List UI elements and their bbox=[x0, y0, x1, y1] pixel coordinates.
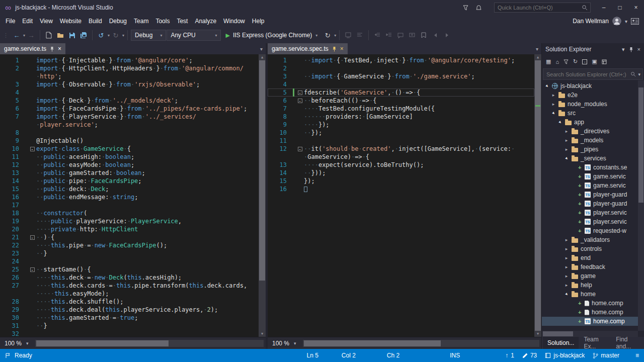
solution-explorer-header[interactable]: Solution Explorer ▾ × bbox=[542, 43, 644, 55]
code-line[interactable]: 12-··it('should·be·created',·inject([Gam… bbox=[268, 145, 534, 153]
code-line[interactable]: 11 bbox=[268, 137, 534, 145]
tree-item-player-servic[interactable]: +TSplayer.servic bbox=[542, 217, 638, 226]
chevron-collapsed-icon[interactable]: ▸ bbox=[551, 102, 556, 107]
open-file-icon[interactable] bbox=[55, 30, 66, 41]
code-line[interactable]: 25-··startGame()·{ bbox=[0, 265, 259, 274]
chevron-collapsed-icon[interactable]: ▸ bbox=[551, 93, 556, 98]
funnel-icon[interactable] bbox=[463, 5, 476, 11]
chevron-down-icon[interactable]: ▾ bbox=[625, 19, 627, 24]
menu-item-edit[interactable]: Edit bbox=[19, 16, 36, 26]
account-area[interactable]: Dan Wellman ▾ bbox=[573, 17, 644, 26]
scroll-down-icon[interactable]: ▼ bbox=[534, 331, 541, 337]
scrollbar-thumb[interactable] bbox=[543, 331, 573, 336]
toolbar-grip[interactable]: ⋮ bbox=[3, 32, 9, 39]
tab-find-and-replace[interactable]: Find and... bbox=[611, 337, 643, 349]
menu-item-analyze[interactable]: Analyze bbox=[191, 16, 220, 26]
browser-link-refresh-icon[interactable]: ↻ bbox=[322, 30, 333, 41]
horizontal-scrollbar[interactable] bbox=[542, 331, 638, 337]
code-line[interactable]: 27····this.deck.cards·=·this.pipe.transf… bbox=[0, 282, 259, 290]
fold-collapse-icon[interactable]: - bbox=[30, 147, 35, 151]
fold-collapse-icon[interactable]: - bbox=[298, 99, 302, 103]
code-line[interactable]: 7import·{·PlayerService·}·from·'../_serv… bbox=[0, 113, 259, 121]
code-line[interactable]: 13····expect(service).toBeTruthy(); bbox=[268, 161, 534, 169]
chevron-collapsed-icon[interactable]: ▸ bbox=[564, 237, 569, 242]
bell-icon[interactable] bbox=[476, 5, 489, 11]
attach-icon[interactable] bbox=[343, 30, 354, 41]
code-line[interactable]: 8 bbox=[0, 129, 259, 137]
vertical-scrollbar[interactable]: ▲ ▼ bbox=[534, 54, 541, 337]
tree-item-end[interactable]: ▸end bbox=[542, 253, 638, 262]
scrollbar-thumb[interactable] bbox=[259, 60, 265, 281]
scroll-down-icon[interactable]: ▼ bbox=[259, 331, 266, 337]
pin-icon[interactable] bbox=[50, 46, 54, 52]
code-line[interactable]: 3import·{·Observable·}·from·'rxjs/Observ… bbox=[0, 80, 259, 88]
code-line[interactable]: 4 bbox=[268, 80, 534, 88]
chevron-down-icon[interactable]: ▾ bbox=[334, 33, 336, 38]
close-icon[interactable]: × bbox=[637, 46, 640, 52]
solution-configuration-dropdown[interactable]: Debug ▾ bbox=[131, 30, 166, 41]
code-line[interactable]: 19····public·playerService:·PlayerServic… bbox=[0, 217, 259, 225]
chevron-collapsed-icon[interactable]: ▸ bbox=[564, 129, 569, 134]
tree-item-_directives[interactable]: ▸_directives bbox=[542, 127, 638, 136]
chevron-expanded-icon[interactable]: ▾ bbox=[550, 110, 557, 117]
chevron-expanded-icon[interactable]: ▾ bbox=[556, 119, 564, 126]
menu-item-debug[interactable]: Debug bbox=[106, 16, 130, 26]
chevron-down-icon[interactable]: ▾ bbox=[622, 46, 625, 53]
code-line[interactable]: 4 bbox=[0, 88, 259, 97]
pending-changes-button[interactable]: 73 bbox=[522, 352, 537, 359]
menu-item-test[interactable]: Test bbox=[173, 16, 191, 26]
tree-item-_pipes[interactable]: ▸_pipes bbox=[542, 145, 638, 154]
code-line[interactable]: 1··import·{·TestBed,·inject·}·from·'@ang… bbox=[268, 56, 534, 64]
code-area[interactable]: 1import·{·Injectable·}·from·'@angular/co… bbox=[0, 56, 259, 337]
chevron-collapsed-icon[interactable]: ▸ bbox=[564, 283, 569, 288]
minimize-button[interactable]: – bbox=[596, 1, 612, 14]
tab-solution-explorer[interactable]: Solution... bbox=[543, 337, 579, 349]
navigate-forward-icon[interactable]: → bbox=[26, 30, 37, 41]
home-icon[interactable]: ⌂ bbox=[555, 59, 559, 65]
code-line[interactable]: 17 bbox=[0, 201, 259, 209]
zoom-dropdown[interactable]: 100 % ▾ bbox=[268, 340, 301, 347]
code-editor-game-service-spec[interactable]: 1··import·{·TestBed,·inject·}·from·'@ang… bbox=[268, 54, 541, 337]
previous-bookmark-icon[interactable] bbox=[430, 30, 441, 41]
show-all-files-icon[interactable]: ▣ bbox=[592, 58, 597, 65]
code-line[interactable]: 14··})); bbox=[268, 169, 534, 177]
uncomment-icon[interactable] bbox=[407, 30, 418, 41]
line-list-icon[interactable] bbox=[354, 30, 365, 41]
tree-item-home-comp[interactable]: +home.comp bbox=[542, 299, 638, 308]
code-line[interactable]: 8······providers:·[GameService] bbox=[268, 113, 534, 121]
vertical-scrollbar[interactable]: ▲ ▼ bbox=[259, 54, 266, 337]
navigate-back-icon[interactable]: ← bbox=[11, 30, 22, 41]
menu-item-window[interactable]: Window bbox=[220, 16, 249, 26]
bookmark-icon[interactable] bbox=[418, 30, 429, 41]
code-line[interactable]: 7····TestBed.configureTestingModule({ bbox=[268, 105, 534, 113]
menu-item-website[interactable]: Website bbox=[56, 16, 85, 26]
code-line[interactable]: 2import·{·HttpClient,·HttpHeaders·}·from… bbox=[0, 64, 259, 72]
code-line[interactable]: 6-··beforeEach(()·=>·{ bbox=[268, 97, 534, 105]
next-bookmark-icon[interactable] bbox=[441, 30, 452, 41]
code-line[interactable]: 5-fdescribe('GameService',·()·=>·{ bbox=[268, 88, 534, 97]
code-line[interactable]: 20····private·http:·HttpClient bbox=[0, 225, 259, 233]
code-line[interactable]: 15··public·deck:·Deck; bbox=[0, 185, 259, 193]
horizontal-scrollbar[interactable] bbox=[35, 340, 264, 347]
scroll-up-icon[interactable]: ▲ bbox=[259, 54, 266, 60]
menu-item-build[interactable]: Build bbox=[85, 16, 106, 26]
fold-collapse-icon[interactable]: - bbox=[30, 235, 35, 240]
tree-item-game[interactable]: ▸game bbox=[542, 272, 638, 281]
code-line[interactable]: 21-··)·{ bbox=[0, 233, 259, 241]
profile-card-icon[interactable] bbox=[631, 18, 639, 25]
tree-item-player-guard[interactable]: +TSplayer-guard bbox=[542, 190, 638, 199]
code-line[interactable]: 10··}); bbox=[268, 129, 534, 137]
vertical-scrollbar[interactable] bbox=[638, 80, 644, 331]
tab-game-service-ts[interactable]: game.service.ts × bbox=[0, 43, 65, 54]
chevron-expanded-icon[interactable]: ▾ bbox=[563, 155, 570, 162]
menu-item-view[interactable]: View bbox=[36, 16, 56, 26]
code-line[interactable]: 29····this.deck.deal(this.playerService.… bbox=[0, 306, 259, 314]
code-line[interactable]: 13··public·gameStarted:·boolean; bbox=[0, 169, 259, 177]
comment-icon[interactable] bbox=[395, 30, 406, 41]
menu-item-team[interactable]: Team bbox=[130, 16, 152, 26]
tree-item-app[interactable]: ▾app bbox=[542, 118, 638, 127]
tab-game-service-spec-ts[interactable]: game.service.spec.ts × bbox=[268, 43, 348, 54]
tab-list-chevron-icon[interactable]: ▾ bbox=[533, 46, 541, 52]
code-line[interactable]: 5import·{·Deck·}·from·'../_models/deck'; bbox=[0, 97, 259, 105]
close-button[interactable]: × bbox=[628, 1, 644, 14]
